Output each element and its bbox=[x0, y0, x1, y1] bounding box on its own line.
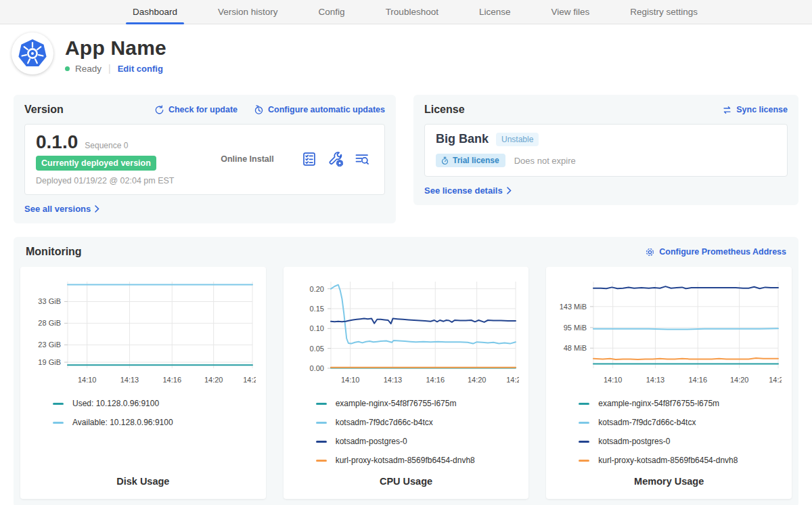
monitoring-card: Monitoring Configure Prometheus Address … bbox=[14, 237, 798, 505]
kubernetes-logo-icon bbox=[18, 39, 47, 68]
svg-text:14:23: 14:23 bbox=[243, 376, 256, 384]
tab-registry-settings[interactable]: Registry settings bbox=[627, 0, 700, 24]
svg-text:19 GiB: 19 GiB bbox=[38, 358, 61, 366]
svg-text:14:13: 14:13 bbox=[120, 376, 139, 384]
legend-item: example-nginx-54f8f76755-l675m bbox=[579, 394, 782, 413]
svg-text:28 GiB: 28 GiB bbox=[38, 320, 61, 328]
svg-text:0.15: 0.15 bbox=[309, 305, 323, 313]
svg-text:14:23: 14:23 bbox=[506, 376, 519, 384]
channel-badge: Unstable bbox=[496, 133, 539, 146]
configure-automatic-updates-button[interactable]: Configure automatic updates bbox=[254, 105, 385, 115]
check-for-update-button[interactable]: Check for update bbox=[154, 105, 238, 115]
legend-item: example-nginx-54f8f76755-l675m bbox=[316, 394, 520, 413]
disk-usage-legend: Used: 10.128.0.96:9100Available: 10.128.… bbox=[30, 394, 256, 432]
svg-text:14:10: 14:10 bbox=[341, 376, 360, 384]
license-details-card: Big Bank Unstable Trial license Does not… bbox=[424, 124, 788, 177]
legend-label: kotsadm-7f9dc7d66c-b4tcx bbox=[598, 418, 696, 427]
app-icon bbox=[12, 32, 53, 74]
clock-refresh-icon bbox=[254, 105, 264, 115]
legend-item: kurl-proxy-kotsadm-8569fb6454-dnvh8 bbox=[579, 451, 782, 470]
see-license-details-link[interactable]: See license details bbox=[424, 185, 512, 196]
deployed-version-card: 0.1.0 Sequence 0 Currently deployed vers… bbox=[24, 124, 385, 195]
edit-config-link[interactable]: Edit config bbox=[118, 64, 163, 74]
legend-dash-icon bbox=[579, 460, 589, 462]
chart-title: Memory Usage bbox=[556, 476, 782, 499]
ready-status-dot-icon bbox=[65, 66, 70, 71]
install-type-label: Online Install bbox=[193, 154, 302, 164]
svg-text:14:10: 14:10 bbox=[604, 376, 623, 384]
svg-text:33 GiB: 33 GiB bbox=[38, 298, 61, 306]
cpu-usage-legend: example-nginx-54f8f76755-l675mkotsadm-7f… bbox=[293, 394, 520, 470]
legend-dash-icon bbox=[579, 403, 589, 405]
app-header: App Name Ready | Edit config bbox=[0, 24, 812, 74]
memory-usage-chart-card: 14:1014:1314:1614:2014:23143 MiB95 MiB48… bbox=[546, 267, 792, 499]
tab-config[interactable]: Config bbox=[316, 0, 348, 24]
version-card-title: Version bbox=[24, 104, 64, 116]
tab-version-history[interactable]: Version history bbox=[215, 0, 281, 24]
chart-title: Disk Usage bbox=[30, 476, 256, 499]
configure-prometheus-button[interactable]: Configure Prometheus Address bbox=[645, 247, 786, 257]
cpu-usage-chart: 14:1014:1314:1614:2014:230.200.150.100.0… bbox=[293, 273, 519, 389]
chevron-right-icon bbox=[507, 187, 512, 194]
svg-text:143 MiB: 143 MiB bbox=[560, 303, 587, 311]
view-logs-icon[interactable] bbox=[355, 152, 369, 167]
svg-text:14:16: 14:16 bbox=[689, 376, 708, 384]
license-customer-name: Big Bank bbox=[436, 132, 489, 146]
svg-text:23 GiB: 23 GiB bbox=[38, 341, 61, 349]
deployed-timestamp: Deployed 01/19/22 @ 02:04 pm EST bbox=[36, 176, 193, 185]
tab-license[interactable]: License bbox=[476, 0, 514, 24]
svg-text:14:20: 14:20 bbox=[468, 376, 487, 384]
tab-view-files[interactable]: View files bbox=[548, 0, 592, 24]
legend-dash-icon bbox=[53, 403, 64, 405]
legend-label: kotsadm-postgres-0 bbox=[336, 437, 407, 446]
legend-item: kotsadm-7f9dc7d66c-b4tcx bbox=[579, 413, 782, 432]
legend-label: kurl-proxy-kotsadm-8569fb6454-dnvh8 bbox=[336, 456, 475, 465]
svg-text:14:20: 14:20 bbox=[730, 376, 749, 384]
svg-text:95 MiB: 95 MiB bbox=[564, 324, 587, 332]
page-title: App Name bbox=[65, 37, 166, 60]
license-type-badge: Trial license bbox=[436, 154, 505, 167]
legend-dash-icon bbox=[316, 441, 327, 443]
svg-text:0.10: 0.10 bbox=[309, 325, 323, 333]
tab-troubleshoot[interactable]: Troubleshoot bbox=[383, 0, 441, 24]
top-nav: Dashboard Version history Config Trouble… bbox=[0, 0, 812, 24]
legend-dash-icon bbox=[316, 422, 327, 424]
legend-item: kotsadm-postgres-0 bbox=[316, 432, 520, 451]
legend-dash-icon bbox=[316, 403, 327, 405]
legend-item: kotsadm-postgres-0 bbox=[579, 432, 782, 451]
preflight-checks-icon[interactable] bbox=[302, 152, 317, 167]
license-expiry-text: Does not expire bbox=[514, 156, 576, 166]
legend-label: kotsadm-postgres-0 bbox=[598, 437, 670, 446]
sync-arrows-icon bbox=[722, 105, 732, 115]
sync-license-button[interactable]: Sync license bbox=[722, 105, 788, 115]
gear-icon bbox=[645, 247, 655, 257]
see-all-versions-link[interactable]: See all versions bbox=[24, 204, 99, 214]
legend-item: kotsadm-7f9dc7d66c-b4tcx bbox=[316, 413, 520, 432]
legend-item: kurl-proxy-kotsadm-8569fb6454-dnvh8 bbox=[316, 451, 520, 470]
edit-config-wrench-icon[interactable] bbox=[328, 152, 343, 167]
deployed-status-badge: Currently deployed version bbox=[36, 156, 156, 171]
legend-label: Used: 10.128.0.96:9100 bbox=[72, 399, 159, 408]
svg-text:48 MiB: 48 MiB bbox=[564, 345, 587, 353]
svg-text:14:20: 14:20 bbox=[204, 376, 223, 384]
legend-label: Available: 10.128.0.96:9100 bbox=[72, 418, 173, 427]
legend-label: example-nginx-54f8f76755-l675m bbox=[598, 399, 719, 408]
svg-text:0.00: 0.00 bbox=[309, 364, 323, 372]
disk-usage-chart-card: 14:1014:1314:1614:2014:2333 GiB28 GiB23 … bbox=[20, 267, 266, 499]
status-text: Ready bbox=[75, 64, 102, 74]
cpu-usage-chart-card: 14:1014:1314:1614:2014:230.200.150.100.0… bbox=[284, 267, 529, 499]
svg-text:14:16: 14:16 bbox=[162, 376, 181, 384]
license-card: License Sync license Big Bank Unstable bbox=[413, 95, 798, 205]
svg-text:14:16: 14:16 bbox=[426, 376, 445, 384]
legend-label: kurl-proxy-kotsadm-8569fb6454-dnvh8 bbox=[598, 456, 738, 465]
license-card-title: License bbox=[424, 104, 465, 116]
tab-dashboard[interactable]: Dashboard bbox=[130, 0, 180, 24]
svg-text:14:23: 14:23 bbox=[769, 376, 782, 384]
stopwatch-icon bbox=[441, 156, 449, 165]
chart-title: CPU Usage bbox=[293, 476, 520, 499]
memory-usage-legend: example-nginx-54f8f76755-l675mkotsadm-7f… bbox=[556, 394, 782, 470]
svg-text:14:13: 14:13 bbox=[646, 376, 665, 384]
version-number: 0.1.0 bbox=[36, 132, 78, 152]
legend-label: example-nginx-54f8f76755-l675m bbox=[336, 399, 457, 408]
chevron-right-icon bbox=[95, 205, 99, 213]
